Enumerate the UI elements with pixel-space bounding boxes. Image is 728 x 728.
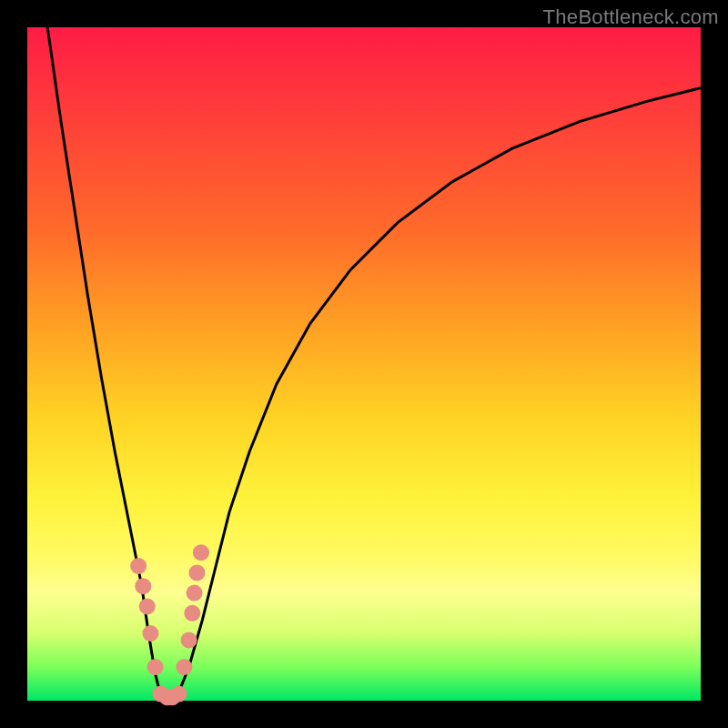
chart-frame: TheBottleneck.com	[0, 0, 728, 728]
data-point	[135, 578, 151, 594]
watermark-text: TheBottleneck.com	[543, 5, 719, 29]
data-point	[176, 659, 192, 675]
data-point	[142, 625, 158, 642]
data-point	[171, 686, 187, 703]
data-point	[130, 558, 147, 574]
data-point	[147, 659, 164, 675]
chart-svg	[0, 0, 728, 728]
data-point	[187, 585, 203, 602]
data-point	[184, 605, 200, 622]
curve-right-branch	[176, 88, 701, 701]
data-point	[193, 544, 209, 561]
data-point	[181, 632, 197, 648]
data-point	[139, 598, 156, 614]
data-point	[188, 564, 205, 581]
